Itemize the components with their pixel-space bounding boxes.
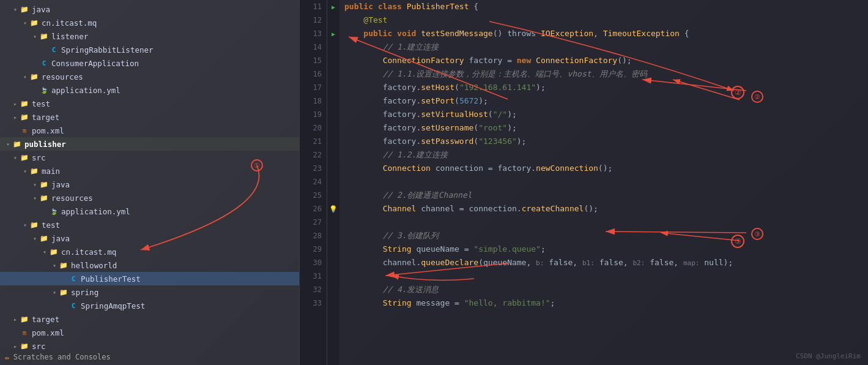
line-num-14: 14 [307, 40, 322, 54]
tree-item-test-1[interactable]: 📁 test [0, 97, 299, 110]
tree-item-main[interactable]: 📁 main [0, 164, 299, 178]
tree-item-java[interactable]: 📁 java [0, 2, 299, 16]
folder-icon-spring: 📁 [59, 287, 69, 297]
code-line-11: public class PublisherTest { [344, 0, 863, 13]
folder-icon-java: 📁 [20, 4, 29, 14]
arrow-src-2 [12, 343, 18, 349]
code-line-33: String message = "hello, rabbitma!"; [344, 296, 863, 310]
tree-item-resources-1[interactable]: 📁 resources [0, 70, 299, 83]
xml-icon-1: m [20, 126, 29, 135]
folder-icon-cn-itcast-mq-2: 📁 [49, 247, 59, 257]
line-num-19: 19 [307, 108, 322, 121]
code-line-13: public void testSendMessage() throws IOE… [344, 27, 863, 40]
class-icon-publisher-test: C [69, 274, 78, 284]
tree-item-cn-itcast-mq-2[interactable]: 📁 cn.itcast.mq [0, 245, 299, 258]
gutter-31 [327, 269, 339, 283]
gutter-run-13: ▶ [327, 27, 339, 40]
line-num-26: 26 [307, 202, 322, 216]
tree-item-spring-amqp-test[interactable]: C SpringAmqpTest [0, 299, 299, 312]
gutter-17 [327, 81, 339, 94]
line-num-13: 13 [307, 27, 322, 40]
gutter-15 [327, 54, 339, 67]
class-icon-consumer-application: C [39, 58, 49, 68]
tree-item-consumer-application[interactable]: C ConsumerApplication [0, 56, 299, 70]
tree-item-spring[interactable]: 📁 spring [0, 285, 299, 299]
gutter-28 [327, 229, 339, 243]
gutter-22 [327, 148, 339, 162]
arrow-java [12, 6, 18, 12]
code-line-18: factory.setPort(5672); [344, 94, 863, 108]
tree-item-test-2[interactable]: 📁 test [0, 218, 299, 231]
tree-item-resources-2[interactable]: 📁 resources [0, 191, 299, 205]
code-line-12: @Test [344, 13, 863, 27]
line-num-12: 12 [307, 13, 322, 27]
tree-item-publisher-test[interactable]: C PublisherTest [0, 272, 299, 285]
code-line-32: // 4.发送消息 [344, 283, 863, 296]
tree-item-src[interactable]: 📁 src [0, 151, 299, 164]
gutter-bulb-26[interactable]: 💡 [327, 202, 339, 216]
gutter-19 [327, 108, 339, 121]
code-line-15: ConnectionFactory factory = new Connecti… [344, 54, 863, 67]
label-consumer-application: ConsumerApplication [51, 59, 139, 68]
gutter-29 [327, 243, 339, 256]
yml-icon-2: 🍃 [49, 206, 59, 216]
tree-item-application-yml-2[interactable]: 🍃 application.yml [0, 205, 299, 218]
line-num-25: 25 [307, 189, 322, 202]
code-line-25: // 2.创建通道Channel [344, 189, 863, 202]
line-num-21: 21 [307, 135, 322, 148]
line-num-23: 23 [307, 162, 322, 175]
code-area: 11 12 13 14 15 16 17 18 19 20 21 22 23 2… [300, 0, 868, 365]
scratches-icon: ✏ [5, 353, 10, 362]
bottom-bar[interactable]: ✏ Scratches and Consoles [0, 349, 300, 365]
label-src: src [32, 153, 46, 162]
folder-icon-publisher: 📁 [12, 139, 22, 149]
code-line-21: factory.setPassword("123456"); [344, 135, 863, 148]
arrow-src [12, 154, 18, 160]
tree-item-target-1[interactable]: 📁 target [0, 110, 299, 124]
line-num-27: 27 [307, 216, 322, 229]
tree-content: 📁 java 📁 cn.itcast.mq 📁 listener C Sprin… [0, 0, 299, 365]
code-line-16: // 1.1.设置连接参数，分别是：主机名、端口号、vhost、用户名、密码 [344, 67, 863, 81]
arrow-spring [51, 289, 57, 295]
label-main: main [42, 167, 60, 176]
label-application-yml-1: application.yml [51, 86, 121, 95]
tree-item-cn-itcast-mq[interactable]: 📁 cn.itcast.mq [0, 16, 299, 29]
folder-icon-test-2: 📁 [29, 220, 39, 230]
label-test-1: test [32, 99, 50, 108]
code-line-19: factory.setVirtualHost("/"); [344, 108, 863, 121]
tree-item-publisher[interactable]: 📁 publisher [0, 137, 299, 151]
tree-item-pom-xml-1[interactable]: m pom.xml [0, 124, 299, 137]
label-java: java [32, 5, 50, 14]
line-num-20: 20 [307, 121, 322, 135]
tree-item-listener[interactable]: 📁 listener [0, 29, 299, 43]
code-line-28: // 3.创建队列 [344, 229, 863, 243]
tree-item-spring-rabbit-listener[interactable]: C SpringRabbitListener [0, 43, 299, 56]
tree-item-java-2[interactable]: 📁 java [0, 178, 299, 191]
tree-item-helloworld[interactable]: 📁 helloworld [0, 258, 299, 272]
arrow-test-1 [12, 100, 18, 107]
line-num-32: 32 [307, 283, 322, 296]
label-test-2: test [42, 220, 60, 230]
tree-item-target-2[interactable]: 📁 target [0, 312, 299, 326]
label-spring-rabbit-listener: SpringRabbitListener [61, 45, 154, 55]
folder-icon-test-1: 📁 [20, 99, 29, 108]
gutter-25 [327, 189, 339, 202]
class-icon-spring-amqp-test: C [69, 301, 78, 310]
arrow-listener [32, 33, 38, 39]
tree-item-java-3[interactable]: 📁 java [0, 231, 299, 245]
label-cn-itcast-mq: cn.itcast.mq [42, 18, 97, 28]
code-line-27 [344, 216, 863, 229]
label-publisher: publisher [24, 140, 66, 149]
gutter-21 [327, 135, 339, 148]
gutter-18 [327, 94, 339, 108]
tree-item-pom-xml-2[interactable]: m pom.xml [0, 326, 299, 339]
code-line-31 [344, 269, 863, 283]
arrow-target-2 [12, 316, 18, 322]
tree-item-application-yml-1[interactable]: 🍃 application.yml [0, 83, 299, 97]
folder-icon-cn-itcast-mq: 📁 [29, 18, 39, 28]
line-num-31: 31 [307, 269, 322, 283]
label-pom-xml-1: pom.xml [32, 126, 64, 135]
line-numbers: 11 12 13 14 15 16 17 18 19 20 21 22 23 2… [300, 0, 327, 365]
line-num-16: 16 [307, 67, 322, 81]
label-application-yml-2: application.yml [61, 207, 130, 216]
